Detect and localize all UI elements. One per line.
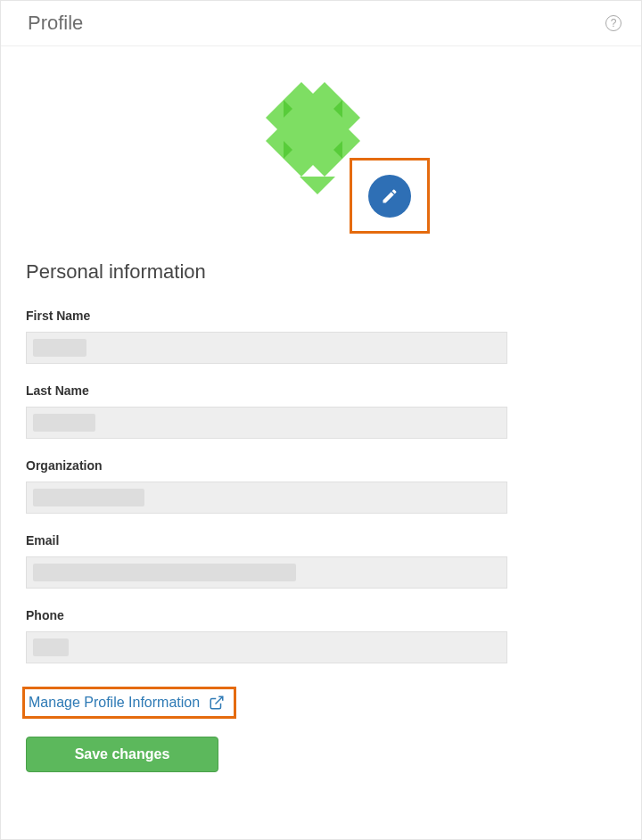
profile-panel: Profile ? [0,0,642,840]
edit-avatar-button[interactable] [368,175,411,218]
last-name-group: Last Name [26,383,616,439]
email-label: Email [26,533,616,548]
section-heading: Personal information [26,260,616,284]
avatar-section [241,64,401,234]
first-name-field[interactable] [26,332,507,364]
phone-group: Phone [26,608,616,663]
first-name-label: First Name [26,309,616,323]
save-button[interactable]: Save changes [26,737,218,772]
redacted-value [33,638,69,656]
manage-profile-highlight: Manage Profile Information [22,687,236,719]
svg-line-14 [216,696,223,704]
redacted-value [33,564,296,581]
manage-profile-link[interactable]: Manage Profile Information [29,695,200,711]
edit-avatar-highlight [350,158,430,234]
page-title: Profile [28,12,83,35]
pencil-icon [381,187,399,205]
content-area: Personal information First Name Last Nam… [1,64,641,797]
svg-marker-9 [266,123,284,159]
redacted-value [33,339,86,357]
svg-marker-6 [307,159,342,177]
redacted-value [33,489,144,506]
organization-label: Organization [26,458,616,473]
last-name-label: Last Name [26,383,616,398]
first-name-group: First Name [26,309,616,364]
svg-marker-4 [342,123,360,159]
header: Profile ? [1,1,641,46]
last-name-field[interactable] [26,407,507,439]
redacted-value [33,414,95,432]
organization-group: Organization [26,458,616,514]
phone-field[interactable] [26,631,507,663]
external-link-icon [209,695,225,711]
svg-marker-7 [300,177,335,194]
phone-label: Phone [26,608,616,622]
email-group: Email [26,533,616,589]
help-icon[interactable]: ? [605,15,621,31]
svg-marker-2 [307,82,342,100]
